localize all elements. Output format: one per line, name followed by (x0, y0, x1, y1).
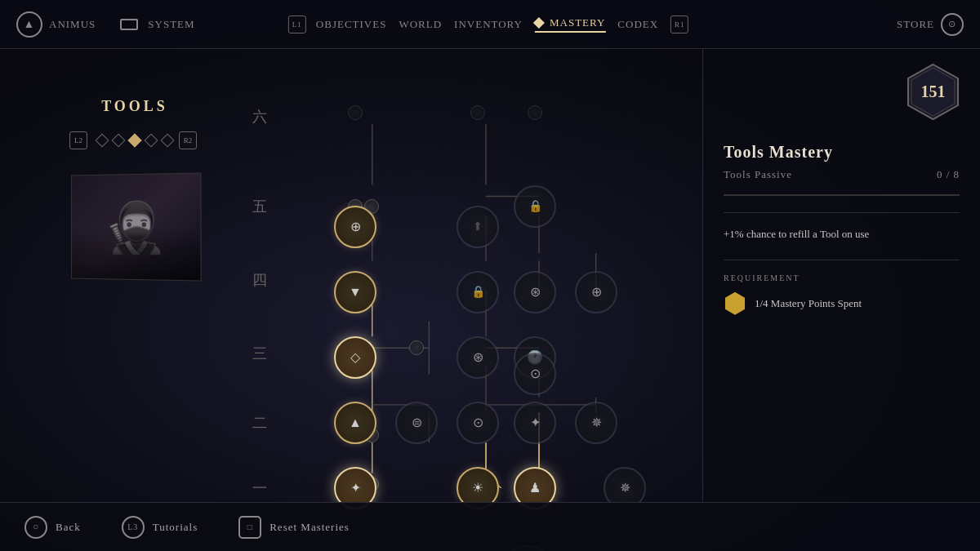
node-4-2[interactable]: 🔒 (457, 271, 499, 313)
diamond-3-active[interactable] (128, 134, 142, 148)
node-2-5[interactable]: ✵ (575, 402, 617, 444)
animus-nav-item[interactable]: ▲ Animus (16, 11, 96, 38)
world-label: World (399, 18, 442, 31)
r2-indicator: R2 (179, 131, 197, 149)
row-label-2: 二 (249, 402, 270, 443)
skill-tree-container: 六 五 四 三 二 一 ⊕ ⬆ 🔒 ▼ 🔒 ⊛ ⊕ (274, 64, 698, 488)
tutorials-label: Tutorials (153, 521, 198, 534)
node-4-4-icon: ⊕ (591, 284, 602, 300)
inventory-nav-item[interactable]: Inventory (454, 18, 523, 31)
node-4-1[interactable]: ▼ (334, 271, 376, 313)
node-3-1[interactable]: ◇ (334, 336, 376, 379)
reset-button-icon: □ (238, 516, 261, 539)
nav-right[interactable]: Store ⊙ (897, 13, 964, 36)
requirement-item: 1/4 Mastery Points Spent (724, 292, 960, 315)
objectives-nav-item[interactable]: L1 Objectives (288, 16, 387, 33)
row-label-4: 四 (249, 260, 270, 300)
node-4-3-icon: ⊛ (530, 284, 541, 300)
row-label-5: 五 (249, 186, 270, 227)
panel-description: +1% chance to refill a Tool on use (724, 226, 960, 243)
req-hex-icon (724, 292, 746, 315)
node-5-2[interactable]: ⬆ (457, 206, 499, 248)
progress-bar-container (724, 194, 960, 196)
store-label: Store (897, 18, 934, 31)
store-icon: ⊙ (941, 13, 964, 36)
panel-divider-2 (724, 260, 960, 260)
mastery-counter-hex: 151 (902, 61, 964, 122)
nav-center: L1 Objectives World Inventory Mastery Co… (288, 16, 692, 33)
top-navigation: ▲ Animus System L1 Objectives World Inve… (0, 0, 980, 49)
reset-action[interactable]: □ Reset Masteries (238, 516, 350, 539)
node-1-2-icon: ☀ (472, 480, 483, 495)
left-panel: TOOLS L2 R2 🥷 (0, 49, 270, 551)
node-2-1[interactable]: ▲ (334, 402, 376, 444)
panel-divider-1 (724, 212, 960, 213)
system-nav-item[interactable]: System (120, 18, 194, 31)
skill-tree-area: 六 五 四 三 二 一 ⊕ ⬆ 🔒 ▼ 🔒 ⊛ ⊕ (270, 49, 702, 502)
diamond-5[interactable] (161, 134, 175, 148)
node-4-3[interactable]: ⊛ (514, 271, 556, 313)
r1-indicator: R1 (670, 16, 688, 33)
portrait-overlay (72, 173, 200, 280)
svg-text:151: 151 (921, 82, 946, 100)
node-4-2-lock: 🔒 (471, 285, 485, 299)
node-4-1-icon: ▼ (349, 285, 362, 300)
mastery-nav-item[interactable]: Mastery (535, 16, 605, 33)
diamond-2[interactable] (112, 134, 126, 148)
requirement-text: 1/4 Mastery Points Spent (755, 297, 862, 310)
node-2-5-icon: ✵ (591, 415, 602, 430)
character-portrait: 🥷 (71, 172, 201, 281)
node-3-2[interactable]: ⊛ (457, 336, 499, 379)
section-subtitle-label: Tools Passive (724, 168, 792, 181)
node-6-3[interactable] (528, 105, 542, 120)
objectives-label: Objectives (316, 18, 387, 31)
node-1-1-icon: ✦ (350, 480, 361, 495)
diamond-1[interactable] (96, 134, 109, 148)
node-3-1a[interactable] (409, 340, 424, 355)
node-3-4[interactable]: ⊙ (514, 353, 556, 395)
panel-title: Tools Mastery (724, 143, 960, 162)
node-6-1[interactable] (348, 105, 363, 120)
node-2-3[interactable]: ⊙ (457, 402, 499, 444)
diamond-nav: L2 R2 (69, 131, 200, 149)
l1-indicator: L1 (288, 16, 306, 33)
reset-label: Reset Masteries (270, 521, 350, 534)
requirement-label: REQUIREMENT (724, 273, 960, 282)
node-2-2-icon: ⊜ (412, 415, 422, 430)
animus-label: Animus (49, 18, 96, 31)
animus-icon: ▲ (16, 11, 42, 38)
node-5-1-icon: ⊕ (350, 219, 361, 234)
back-action[interactable]: ○ Back (24, 516, 81, 539)
node-6-2[interactable] (470, 105, 485, 120)
diamond-4[interactable] (145, 134, 158, 148)
node-5-3-lock: 🔒 (528, 199, 542, 213)
row-label-6: 六 (249, 96, 270, 137)
tutorials-button-icon: L3 (122, 516, 145, 539)
tutorials-action[interactable]: L3 Tutorials (122, 516, 198, 539)
mastery-label: Mastery (550, 16, 605, 29)
tools-title: TOOLS (101, 98, 168, 115)
progress-display: 0 / 8 (937, 168, 960, 181)
node-5-3[interactable]: 🔒 (514, 185, 556, 228)
node-4-4[interactable]: ⊕ (575, 271, 617, 313)
node-2-3-icon: ⊙ (473, 415, 483, 430)
node-5-2-lock: ⬆ (473, 220, 483, 233)
node-2-4[interactable]: ✦ (514, 402, 556, 444)
codex-label: Codex (617, 18, 658, 31)
back-button-icon: ○ (24, 516, 47, 539)
world-nav-item[interactable]: World (399, 18, 442, 31)
r1-nav-item: R1 (670, 16, 692, 33)
codex-nav-item[interactable]: Codex (617, 18, 658, 31)
node-2-2[interactable]: ⊜ (395, 402, 438, 444)
node-3-2-icon: ⊛ (473, 349, 483, 365)
node-3-4-icon: ⊙ (530, 366, 541, 381)
l2-indicator: L2 (69, 131, 87, 149)
right-panel: 151 Tools Mastery Tools Passive 0 / 8 +1… (702, 49, 980, 551)
node-3-1-icon: ◇ (350, 349, 360, 365)
node-5-1[interactable]: ⊕ (334, 206, 376, 248)
node-2-1-icon: ▲ (349, 415, 362, 430)
system-icon (120, 19, 138, 30)
node-2-4-icon: ✦ (530, 415, 541, 430)
bottom-bar: ○ Back L3 Tutorials □ Reset Masteries (0, 502, 980, 551)
system-label: System (148, 18, 194, 31)
